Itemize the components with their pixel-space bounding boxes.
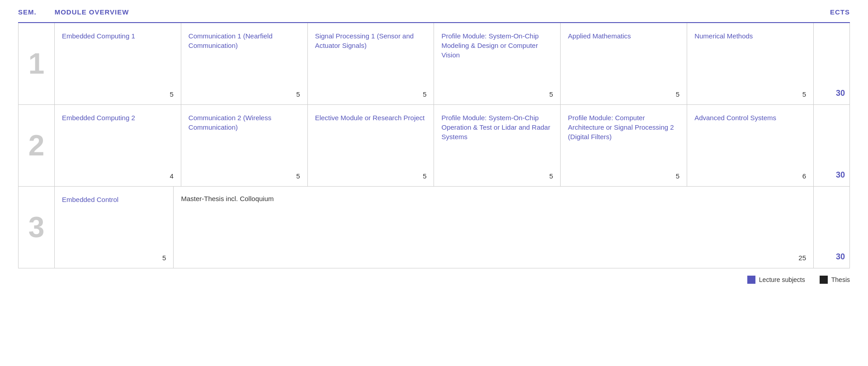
sem-2-total: 30: [813, 105, 849, 186]
sem-3-label: 3: [19, 187, 55, 268]
legend-thesis: Thesis: [820, 276, 850, 284]
module-ects: 5: [315, 90, 427, 98]
semester-3-row: 3 Embedded Control 5 Master-Thesis incl.…: [19, 187, 849, 268]
module-cell: Profile Module: System-On-Chip Operation…: [434, 105, 561, 186]
thesis-ects: 25: [181, 254, 806, 262]
module-name: Advanced Control Systems: [694, 113, 806, 169]
module-cell: Profile Module: System-On-Chip Modeling …: [434, 23, 561, 104]
module-name: Profile Module: Computer Architecture or…: [568, 113, 679, 169]
module-name: Profile Module: System-On-Chip Modeling …: [441, 31, 553, 87]
module-name: Embedded Computing 2: [62, 113, 174, 169]
module-ects: 5: [62, 254, 166, 262]
module-cell: Profile Module: Computer Architecture or…: [561, 105, 687, 186]
module-header-label: MODULE OVERVIEW: [55, 8, 129, 16]
module-cell: Advanced Control Systems 6: [687, 105, 813, 186]
thesis-label: Thesis: [831, 276, 850, 283]
module-cell: Communication 1 (Nearfield Communication…: [181, 23, 308, 104]
module-ects: 5: [189, 90, 300, 98]
module-cell: Numerical Methods 5: [687, 23, 813, 104]
module-name: Embedded Control: [62, 195, 166, 250]
module-ects: 5: [189, 172, 300, 180]
module-name: Communication 2 (Wireless Communication): [189, 113, 300, 169]
module-ects: 6: [694, 172, 806, 180]
module-cell: Elective Module or Research Project 5: [308, 105, 434, 186]
module-name: Applied Mathematics: [568, 31, 679, 87]
thesis-icon: [820, 276, 828, 284]
thesis-cell: Master-Thesis incl. Colloquium 25: [174, 187, 813, 268]
module-ects: 5: [694, 90, 806, 98]
ects-header-label: ECTS: [830, 8, 850, 16]
thesis-name: Master-Thesis incl. Colloquium: [181, 195, 806, 202]
module-name: Signal Processing 1 (Sensor and Actuator…: [315, 31, 427, 87]
module-ects: 5: [441, 172, 553, 180]
module-cell: Embedded Control 5: [55, 187, 174, 268]
module-ects: 4: [62, 172, 174, 180]
sem-1-total: 30: [813, 23, 849, 104]
module-cell: Embedded Computing 2 4: [55, 105, 181, 186]
module-cell: Applied Mathematics 5: [561, 23, 687, 104]
sem-3-total: 30: [813, 187, 849, 268]
header: SEM. MODULE OVERVIEW ECTS: [18, 0, 850, 23]
sem-1-label: 1: [19, 23, 55, 104]
module-cell: Signal Processing 1 (Sensor and Actuator…: [308, 23, 434, 104]
module-ects: 5: [568, 90, 679, 98]
module-cell: Embedded Computing 1 5: [55, 23, 181, 104]
semester-2-row: 2 Embedded Computing 2 4 Communication 2…: [19, 105, 849, 187]
module-cell: Communication 2 (Wireless Communication)…: [181, 105, 308, 186]
page: SEM. MODULE OVERVIEW ECTS 1 Embedded Com…: [0, 0, 868, 287]
header-left: SEM. MODULE OVERVIEW: [18, 8, 129, 16]
module-name: Numerical Methods: [694, 31, 806, 87]
sem-3-modules: Embedded Control 5 Master-Thesis incl. C…: [55, 187, 813, 268]
module-ects: 5: [62, 90, 174, 98]
legend: Lecture subjects Thesis: [18, 268, 850, 287]
lecture-icon: [747, 276, 755, 284]
sem-1-modules: Embedded Computing 1 5 Communication 1 (…: [55, 23, 813, 104]
legend-lecture: Lecture subjects: [747, 276, 805, 284]
sem-header-label: SEM.: [18, 8, 37, 16]
module-name: Profile Module: System-On-Chip Operation…: [441, 113, 553, 169]
sem-2-label: 2: [19, 105, 55, 186]
module-name: Elective Module or Research Project: [315, 113, 427, 169]
lecture-label: Lecture subjects: [759, 276, 805, 283]
module-name: Embedded Computing 1: [62, 31, 174, 87]
sem-2-modules: Embedded Computing 2 4 Communication 2 (…: [55, 105, 813, 186]
module-table: 1 Embedded Computing 1 5 Communication 1…: [18, 23, 850, 268]
module-ects: 5: [568, 172, 679, 180]
module-ects: 5: [441, 90, 553, 98]
module-ects: 5: [315, 172, 427, 180]
module-name: Communication 1 (Nearfield Communication…: [189, 31, 300, 87]
semester-1-row: 1 Embedded Computing 1 5 Communication 1…: [19, 23, 849, 105]
